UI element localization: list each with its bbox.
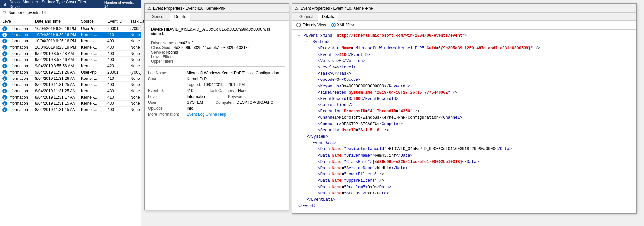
xml-view-option[interactable]: XML View: [331, 23, 354, 27]
info-icon: i: [2, 95, 7, 100]
xml-line: <Data Name="UpperFilters" />: [311, 178, 631, 184]
event-props-title-bar: ⚠ Event Properties - Event 410, Kernel-P…: [145, 4, 289, 13]
info-icon: i: [2, 107, 7, 112]
cell-source: Kernel-...: [79, 32, 105, 38]
col-datetime[interactable]: Date and Time: [33, 18, 79, 25]
xml-line: <Provider Name="Microsoft-Windows-Kernel…: [311, 45, 631, 52]
friendly-view-radio[interactable]: [296, 23, 301, 27]
cell-datetime: 10/04/2019 6:26:16 PM: [33, 38, 79, 44]
xml-line: </System>: [304, 134, 631, 140]
table-row[interactable]: i Information 8/04/2019 11:31:26 AM Kern…: [0, 76, 141, 82]
cell-task: None: [128, 88, 141, 94]
table-row[interactable]: i Information 9/04/2019 8:57:48 AM Kerne…: [0, 51, 141, 57]
event-xml-title: Event Properties - Event 410, Kernel-PnP: [301, 6, 373, 11]
xml-line: <Level>4</Level>: [311, 64, 631, 71]
cell-level: i Information: [0, 26, 33, 32]
cell-eventid: 430: [105, 101, 128, 106]
tab-general[interactable]: General: [147, 13, 170, 21]
service-value: kbdhid: [166, 50, 178, 55]
table-row[interactable]: i Information 8/04/2019 11:31:15 AM Kern…: [0, 107, 141, 113]
cell-datetime: 8/04/2019 11:31:15 AM: [33, 101, 79, 106]
cell-eventid: 430: [105, 44, 128, 50]
col-source[interactable]: Source: [79, 18, 105, 25]
cell-source: Kernel-...: [79, 107, 105, 113]
cell-level: i Information: [0, 38, 33, 44]
xml-tab-general[interactable]: General: [295, 13, 318, 21]
cell-datetime: 10/04/2019 6:26:16 PM: [33, 26, 79, 32]
xml-view-radio[interactable]: [331, 23, 336, 27]
table-row[interactable]: i Information 9/04/2019 11:31:26 AM User…: [0, 69, 141, 76]
xml-line: <Security UserID="S-1-5-18" />: [311, 127, 631, 134]
table-row[interactable]: i Information 8/04/2019 11:31:15 AM Kern…: [0, 101, 141, 107]
xml-line: − <Event xmlns="http://schemas.microsoft…: [298, 33, 631, 39]
info-icon: i: [2, 70, 7, 75]
xml-tab-details[interactable]: Details: [318, 13, 338, 21]
info-icon: i: [2, 64, 7, 68]
xml-line: <Execution ProcessID="4" ThreadID="4360"…: [311, 108, 631, 115]
xml-line: <Task>0</Task>: [311, 71, 631, 77]
cell-task: None: [128, 38, 141, 44]
tab-details[interactable]: Details: [170, 13, 191, 21]
xml-body: − <Event xmlns="http://schemas.microsoft…: [292, 30, 636, 213]
events-count-title: Number of events: 14: [104, 0, 138, 8]
xml-line: <Data Name="LowerFilters" />: [311, 171, 631, 178]
xml-line: <Channel>Microsoft-Windows-Kernel-PnP/Co…: [311, 115, 631, 121]
xml-collapse-event[interactable]: −: [298, 34, 300, 38]
col-eventid[interactable]: Event ID: [105, 18, 128, 25]
table-row[interactable]: i Information 9/04/2019 8:55:56 AM Kerne…: [0, 63, 141, 69]
table-row[interactable]: i Information 10/04/2019 6:26:16 PM Kern…: [0, 32, 141, 38]
cell-datetime: 8/04/2019 11:31:15 AM: [33, 107, 79, 113]
xml-collapse-system[interactable]: −: [304, 40, 307, 44]
cell-datetime: 10/04/2019 6:26:16 PM: [33, 32, 79, 38]
xml-collapse-eventdata[interactable]: −: [304, 141, 307, 145]
table-row[interactable]: i Information 8/04/2019 11:31:17 AM Kern…: [0, 94, 141, 101]
cell-eventid: 400: [105, 57, 128, 63]
info-icon: i: [2, 82, 7, 87]
cell-source: Kernel-...: [79, 51, 105, 56]
info-icon: i: [2, 45, 7, 50]
more-info-link[interactable]: Event Log Online Help: [187, 112, 285, 117]
class-guid-value: {4d36e96b-e325-11ce-bfc1-08002be10318}: [172, 45, 249, 50]
logged-value: 10/04/2019 6:26:16 PM: [204, 82, 245, 87]
cell-task: None: [128, 107, 141, 113]
table-row[interactable]: i Information 10/04/2019 6:26:16 PM User…: [0, 26, 141, 32]
event-id-label: Event ID:: [148, 88, 184, 93]
event-xml-icon: ⚠: [295, 6, 299, 11]
table-row[interactable]: i Information 10/04/2019 6:26:16 PM Kern…: [0, 38, 141, 44]
source-value: Kernel-PnP: [187, 77, 285, 81]
table-row[interactable]: i Information 8/04/2019 11:31:25 AM Kern…: [0, 82, 141, 88]
cell-eventid: 20001: [105, 26, 128, 32]
table-row[interactable]: i Information 8/04/2019 11:31:25 AM Kern…: [0, 88, 141, 94]
cell-eventid: 410: [105, 94, 128, 100]
computer-label: Computer:: [215, 100, 234, 105]
xml-line: <Data Name="Status">0x0</Data>: [311, 191, 631, 197]
cell-source: Kernel-...: [79, 57, 105, 63]
info-icon: i: [2, 51, 7, 56]
table-row[interactable]: i Information 9/04/2019 8:57:46 AM Kerne…: [0, 57, 141, 63]
xml-line: <Keywords>0x4000000000000000</Keywords>: [311, 83, 631, 90]
event-xml-tab-bar: General Details: [292, 13, 636, 21]
cell-eventid: 400: [105, 107, 128, 113]
xml-line: <Data Name="Problem">0x0</Data>: [311, 184, 631, 191]
cell-datetime: 8/04/2019 11:31:26 AM: [33, 76, 79, 81]
user-value: SYSTEM: [187, 100, 203, 105]
device-manager-title: Device Manager - Surface Type Cover Filt…: [10, 0, 98, 9]
device-manager-icon: 🖥: [3, 2, 7, 7]
event-description: Device HID\VID_045E&PID_09C0&Col01\6&301…: [148, 24, 285, 67]
cell-source: Kernel-...: [79, 76, 105, 81]
col-level[interactable]: Level: [0, 18, 33, 25]
cell-level: i Information: [0, 88, 33, 94]
cell-task: None: [128, 57, 141, 63]
cell-datetime: 8/04/2019 11:31:25 AM: [33, 82, 79, 88]
xml-line: <EventRecordID>560</EventRecordID>: [311, 96, 631, 102]
device-manager-panel: 🖥 Device Manager - Surface Type Cover Fi…: [0, 0, 141, 226]
xml-line: − <EventData>: [304, 140, 631, 146]
cell-eventid: 410: [105, 76, 128, 81]
driver-name-label: Driver Name:: [151, 41, 175, 45]
table-row[interactable]: i Information 10/04/2019 6:25:19 PM Kern…: [0, 44, 141, 51]
friendly-view-option[interactable]: Friendly View: [296, 23, 326, 27]
class-guid-label: Class Guid:: [151, 45, 172, 50]
info-icon: i: [2, 76, 7, 81]
cell-source: Kernel-...: [79, 101, 105, 106]
event-id-value: 410: [187, 88, 193, 93]
